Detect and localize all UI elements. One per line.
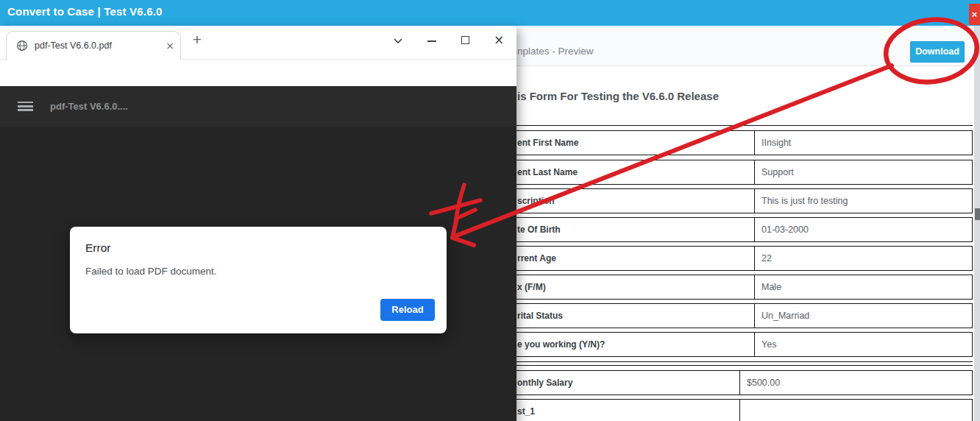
dialog-message: Failed to load PDF document. [85,266,217,277]
table-top-rule [515,125,973,126]
maximize-button[interactable] [458,33,473,48]
row-value: Yes [754,333,972,356]
row-label: ent Last Name [515,167,754,177]
page-scrollbar[interactable] [974,26,980,421]
reload-button[interactable]: Reload [380,299,435,321]
app-title: Convert to Case | Test V6.6.0 [7,5,163,18]
browser-tab[interactable]: pdf-Test V6.6.0.pdf × [6,31,181,60]
table-row: scription This is just fro testing [515,188,973,213]
row-label: x (F/M) [515,282,754,292]
form-title: is Form For Testing the V6.6.0 Release [517,90,719,102]
table-section-divider [515,361,973,366]
row-label: ent First Name [515,138,754,148]
row-label: onthly Salary [515,378,739,388]
row-value: IInsight [754,131,972,155]
browser-toolbar: ← → i File C:/Users/adminn/Downloads/pdf… [0,60,516,86]
row-value: 22 [754,247,972,270]
pdf-doc-title: pdf-Test V6.6.0.... [50,101,128,112]
error-dialog: Error Failed to load PDF document. Reloa… [70,227,447,333]
screenshot-root: Convert to Case | Test V6.6.0 nplates - … [0,0,980,421]
row-value: Support [754,160,972,184]
new-tab-button[interactable]: + [187,30,207,51]
table-row: ent First Name IInsight [515,130,973,155]
breadcrumb: nplates - Preview [517,46,594,57]
row-label: scription [515,196,754,206]
tab-title: pdf-Test V6.6.0.pdf [35,40,112,51]
row-value: Un_Marriad [754,304,972,328]
row-label: te Of Birth [515,224,754,235]
row-value [739,400,972,421]
table-row: te Of Birth 01-03-2000 [515,217,973,242]
table-row: ent Last Name Support [515,160,973,185]
table-row: st_1 [515,399,973,421]
tab-close-icon[interactable]: × [163,38,177,53]
row-value: $500.00 [739,371,972,395]
row-label: e you working (Y/N)? [515,339,754,350]
row-value: Male [754,275,972,299]
table-row: onthly Salary $500.00 [515,370,973,395]
table-row: x (F/M) Male [515,275,973,300]
scrollbar-thumb[interactable] [975,208,980,220]
table-row: rital Status Un_Marriad [515,303,973,328]
globe-icon [16,40,28,52]
row-label: rital Status [515,311,754,321]
app-title-bar: Convert to Case | Test V6.6.0 [0,0,980,26]
browser-window: pdf-Test V6.6.0.pdf × + × ← → i Fi [0,26,516,421]
minimize-button[interactable] [425,33,439,48]
close-icon[interactable]: × [969,4,980,25]
row-label: st_1 [515,406,739,417]
hamburger-menu-icon[interactable] [18,102,33,111]
table-row: e you working (Y/N)? Yes [515,332,973,357]
tab-strip: pdf-Test V6.6.0.pdf × + × [0,26,516,60]
table-row: rrent Age 22 [515,246,973,271]
row-value: This is just fro testing [754,189,972,213]
download-button[interactable]: Download [910,41,965,63]
row-value: 01-03-2000 [754,218,972,241]
dialog-title: Error [85,241,110,255]
row-label: rrent Age [515,253,754,263]
window-close-icon[interactable]: × [491,33,506,48]
chevron-down-icon[interactable] [391,33,405,48]
